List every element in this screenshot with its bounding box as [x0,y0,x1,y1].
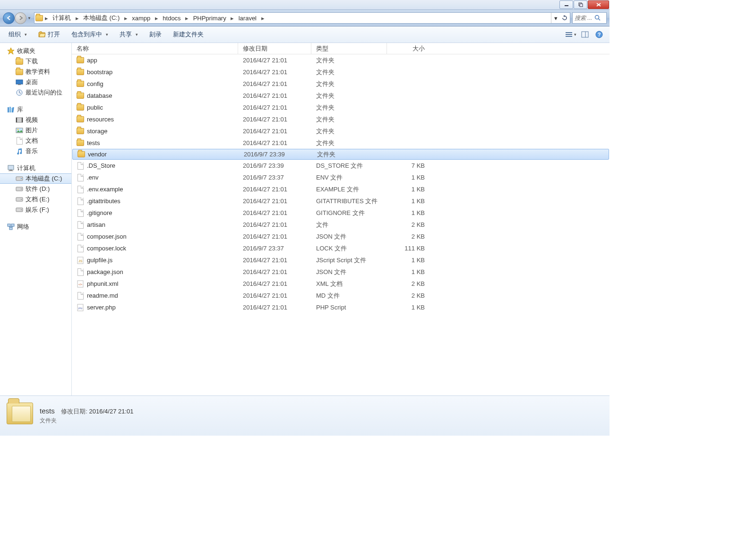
file-name: bootstrap [87,69,112,76]
refresh-button[interactable] [560,13,569,23]
chevron-right-icon[interactable]: ▸ [184,13,190,23]
chevron-right-icon[interactable]: ▸ [122,13,129,23]
file-row[interactable]: resources2016/4/27 21:01文件夹 [72,113,610,125]
sidebar: 收藏夹 下载 教学资料 桌面 最近访问的位 库 视频 图片 文档 音乐 计算机 … [0,43,72,395]
file-row[interactable]: storage2016/4/27 21:01文件夹 [72,125,610,137]
file-row[interactable]: artisan2016/4/27 21:01文件2 KB [72,219,610,231]
file-type: 文件夹 [311,127,387,136]
burn-button[interactable]: 刻录 [146,29,165,40]
libraries-header[interactable]: 库 [0,104,71,115]
breadcrumb-segment[interactable]: 计算机 [50,13,74,23]
sidebar-item-documents[interactable]: 文档 [0,136,71,146]
help-button[interactable]: ? [593,29,605,40]
favorites-header[interactable]: 收藏夹 [0,46,71,56]
details-date-value: 2016/4/27 21:01 [89,408,134,415]
back-button[interactable] [3,12,15,24]
file-date: 2016/4/27 21:01 [238,268,311,275]
file-row[interactable]: .DS_Store2016/9/7 23:39DS_STORE 文件7 KB [72,160,610,172]
sidebar-item-videos[interactable]: 视频 [0,115,71,125]
file-row[interactable]: app2016/4/27 21:01文件夹 [72,54,610,66]
file-date: 2016/9/7 23:39 [238,162,311,169]
svg-point-3 [595,16,599,19]
network-header[interactable]: 网络 [0,222,71,232]
file-size: 1 KB [387,268,434,275]
column-size[interactable]: 大小 [387,43,434,54]
chevron-right-icon[interactable]: ▸ [43,13,50,23]
history-dropdown[interactable]: ▼ [26,12,32,24]
chevron-right-icon[interactable]: ▸ [153,13,160,23]
file-date: 2016/4/27 21:01 [238,304,311,311]
file-size: 2 KB [387,233,434,240]
file-name: .env.example [87,186,123,193]
file-row[interactable]: bootstrap2016/4/27 21:01文件夹 [72,66,610,78]
file-name: composer.lock [87,245,126,252]
maximize-button[interactable] [574,0,587,9]
chevron-right-icon[interactable]: ▸ [74,13,80,23]
file-row[interactable]: .env2016/9/7 23:37ENV 文件1 KB [72,172,610,183]
search-box[interactable] [572,12,607,24]
close-button[interactable] [588,0,609,9]
sidebar-item-drive-f[interactable]: 娱乐 (F:) [0,205,71,215]
sidebar-item-teaching[interactable]: 教学资料 [0,67,71,77]
folder-icon [77,116,84,123]
preview-pane-button[interactable] [579,29,591,40]
file-icon [77,162,84,170]
file-date: 2016/4/27 21:01 [238,233,311,240]
file-row[interactable]: .gitattributes2016/4/27 21:01GITATTRIBUT… [72,195,610,207]
breadcrumb-segment[interactable]: 本地磁盘 (C:) [80,13,122,23]
computer-header[interactable]: 计算机 [0,163,71,173]
file-date: 2016/4/27 21:01 [238,57,311,64]
file-row[interactable]: readme.md2016/4/27 21:01MD 文件2 KB [72,290,610,301]
file-row[interactable]: composer.json2016/4/27 21:01JSON 文件2 KB [72,231,610,242]
file-row[interactable]: database2016/4/27 21:01文件夹 [72,90,610,102]
file-row[interactable]: composer.lock2016/9/7 23:37LOCK 文件111 KB [72,242,610,254]
sidebar-item-recent[interactable]: 最近访问的位 [0,87,71,98]
breadcrumb-segment[interactable]: laravel [236,13,259,23]
file-type: 文件夹 [311,103,387,112]
include-library-button[interactable]: 包含到库中 [68,29,112,40]
sidebar-item-pictures[interactable]: 图片 [0,125,71,136]
file-row[interactable]: </>phpunit.xml2016/4/27 21:01XML 文档2 KB [72,278,610,290]
breadcrumb[interactable]: ▸ 计算机 ▸ 本地磁盘 (C:) ▸ xampp ▸ htdocs ▸ PHP… [34,12,570,24]
open-button[interactable]: 打开 [34,29,64,40]
file-row[interactable]: vendor2016/9/7 23:39文件夹 [72,149,609,160]
view-mode-button[interactable] [565,29,576,40]
file-row[interactable]: JSgulpfile.js2016/4/27 21:01JScript Scri… [72,254,610,266]
file-row[interactable]: tests2016/4/27 21:01文件夹 [72,137,610,149]
minimize-button[interactable] [559,0,573,9]
file-row[interactable]: config2016/4/27 21:01文件夹 [72,78,610,90]
breadcrumb-segment[interactable]: htdocs [160,13,183,23]
file-size: 1 KB [387,198,434,205]
file-icon: </> [77,280,84,288]
sidebar-item-music[interactable]: 音乐 [0,146,71,156]
sidebar-item-drive-e[interactable]: 文档 (E:) [0,194,71,205]
breadcrumb-segment[interactable]: xampp [129,13,153,23]
file-row[interactable]: public2016/4/27 21:01文件夹 [72,102,610,113]
file-name: storage [87,128,107,135]
file-row[interactable]: .env.example2016/4/27 21:01EXAMPLE 文件1 K… [72,183,610,195]
file-row[interactable]: package.json2016/4/27 21:01JSON 文件1 KB [72,266,610,278]
forward-button[interactable] [15,12,26,24]
organize-button[interactable]: 组织 [5,29,31,40]
new-folder-button[interactable]: 新建文件夹 [169,29,207,40]
search-input[interactable] [575,15,594,21]
sidebar-item-drive-d[interactable]: 软件 (D:) [0,184,71,194]
sidebar-item-drive-c[interactable]: 本地磁盘 (C:) [0,173,71,184]
chevron-right-icon[interactable]: ▸ [259,13,266,23]
chevron-right-icon[interactable]: ▸ [229,13,236,23]
file-type: GITATTRIBUTES 文件 [311,197,387,206]
file-row[interactable]: .gitignore2016/4/27 21:01GITIGNORE 文件1 K… [72,207,610,219]
sidebar-item-desktop[interactable]: 桌面 [0,77,71,87]
file-row[interactable]: phpserver.php2016/4/27 21:01PHP Script1 … [72,301,610,313]
file-icon: php [77,304,84,311]
column-date[interactable]: 修改日期 [238,43,311,54]
share-button[interactable]: 共享 [116,29,142,40]
column-name[interactable]: 名称 [72,43,238,54]
file-type: 文件夹 [311,68,387,77]
address-bar: ▼ ▸ 计算机 ▸ 本地磁盘 (C:) ▸ xampp ▸ htdocs ▸ P… [0,10,610,26]
file-date: 2016/9/7 23:37 [238,245,311,252]
breadcrumb-segment[interactable]: PHPprimary [190,13,229,23]
column-type[interactable]: 类型 [311,43,387,54]
sidebar-item-downloads[interactable]: 下载 [0,56,71,67]
path-dropdown-button[interactable]: ▾ [551,13,560,23]
